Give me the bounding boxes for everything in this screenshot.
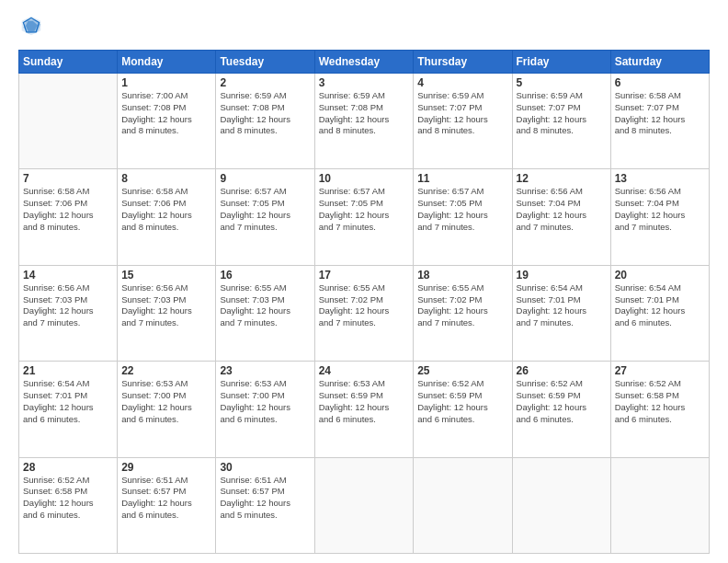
day-info: Sunrise: 6:55 AMSunset: 7:03 PMDaylight:…: [220, 282, 310, 329]
day-info: Sunrise: 6:55 AMSunset: 7:02 PMDaylight:…: [319, 282, 410, 329]
weekday-header-row: SundayMondayTuesdayWednesdayThursdayFrid…: [19, 51, 710, 74]
calendar-cell: 26Sunrise: 6:52 AMSunset: 6:59 PMDayligh…: [512, 362, 610, 457]
day-info: Sunrise: 6:56 AMSunset: 7:03 PMDaylight:…: [23, 282, 113, 329]
day-info: Sunrise: 6:59 AMSunset: 7:07 PMDaylight:…: [417, 90, 507, 137]
calendar-week-2: 7Sunrise: 6:58 AMSunset: 7:06 PMDaylight…: [19, 169, 710, 265]
day-number: 1: [121, 76, 211, 89]
calendar-cell: 6Sunrise: 6:58 AMSunset: 7:07 PMDaylight…: [610, 74, 709, 169]
page: SundayMondayTuesdayWednesdayThursdayFrid…: [0, 0, 728, 563]
day-info: Sunrise: 7:00 AMSunset: 7:08 PMDaylight:…: [121, 90, 211, 137]
day-info: Sunrise: 6:57 AMSunset: 7:05 PMDaylight:…: [417, 186, 507, 233]
day-number: 9: [220, 172, 310, 185]
calendar-cell: 27Sunrise: 6:52 AMSunset: 6:58 PMDayligh…: [610, 362, 709, 457]
calendar-cell: 20Sunrise: 6:54 AMSunset: 7:01 PMDayligh…: [610, 265, 709, 361]
day-info: Sunrise: 6:52 AMSunset: 6:59 PMDaylight:…: [517, 378, 607, 425]
calendar-cell: 23Sunrise: 6:53 AMSunset: 7:00 PMDayligh…: [216, 362, 314, 457]
calendar-cell: 1Sunrise: 7:00 AMSunset: 7:08 PMDaylight…: [118, 74, 216, 169]
weekday-friday: Friday: [512, 51, 610, 74]
day-number: 10: [319, 172, 410, 185]
day-number: 27: [615, 364, 705, 377]
day-info: Sunrise: 6:53 AMSunset: 7:00 PMDaylight:…: [121, 378, 211, 425]
day-number: 14: [23, 269, 113, 282]
day-info: Sunrise: 6:57 AMSunset: 7:05 PMDaylight:…: [220, 186, 310, 233]
day-number: 12: [517, 172, 607, 185]
day-info: Sunrise: 6:58 AMSunset: 7:06 PMDaylight:…: [121, 186, 211, 233]
calendar-cell: 24Sunrise: 6:53 AMSunset: 6:59 PMDayligh…: [314, 362, 414, 457]
calendar-cell: 10Sunrise: 6:57 AMSunset: 7:05 PMDayligh…: [314, 169, 414, 265]
calendar-cell: 8Sunrise: 6:58 AMSunset: 7:06 PMDaylight…: [118, 169, 216, 265]
weekday-sunday: Sunday: [19, 51, 118, 74]
day-number: 29: [121, 461, 211, 474]
day-info: Sunrise: 6:58 AMSunset: 7:06 PMDaylight:…: [23, 186, 113, 233]
day-info: Sunrise: 6:54 AMSunset: 7:01 PMDaylight:…: [517, 282, 607, 329]
day-info: Sunrise: 6:55 AMSunset: 7:02 PMDaylight:…: [417, 282, 507, 329]
day-number: 26: [517, 364, 607, 377]
day-number: 28: [23, 461, 113, 474]
day-number: 2: [220, 76, 310, 89]
day-info: Sunrise: 6:54 AMSunset: 7:01 PMDaylight:…: [23, 378, 113, 425]
day-number: 25: [417, 364, 507, 377]
day-info: Sunrise: 6:56 AMSunset: 7:03 PMDaylight:…: [121, 282, 211, 329]
calendar-week-4: 21Sunrise: 6:54 AMSunset: 7:01 PMDayligh…: [19, 362, 710, 457]
day-info: Sunrise: 6:53 AMSunset: 7:00 PMDaylight:…: [220, 378, 310, 425]
day-number: 13: [615, 172, 705, 185]
day-number: 16: [220, 269, 310, 282]
weekday-saturday: Saturday: [610, 51, 709, 74]
day-number: 19: [517, 269, 607, 282]
day-number: 18: [417, 269, 507, 282]
day-number: 15: [121, 269, 211, 282]
day-info: Sunrise: 6:52 AMSunset: 6:58 PMDaylight:…: [23, 475, 113, 522]
calendar-cell: [512, 457, 610, 553]
calendar-cell: 2Sunrise: 6:59 AMSunset: 7:08 PMDaylight…: [216, 74, 314, 169]
day-info: Sunrise: 6:52 AMSunset: 6:59 PMDaylight:…: [417, 378, 507, 425]
day-number: 21: [23, 364, 113, 377]
calendar-cell: 28Sunrise: 6:52 AMSunset: 6:58 PMDayligh…: [19, 457, 118, 553]
calendar-cell: 14Sunrise: 6:56 AMSunset: 7:03 PMDayligh…: [19, 265, 118, 361]
day-info: Sunrise: 6:51 AMSunset: 6:57 PMDaylight:…: [220, 475, 310, 522]
day-number: 7: [23, 172, 113, 185]
weekday-wednesday: Wednesday: [314, 51, 414, 74]
calendar-cell: 17Sunrise: 6:55 AMSunset: 7:02 PMDayligh…: [314, 265, 414, 361]
calendar-cell: 15Sunrise: 6:56 AMSunset: 7:03 PMDayligh…: [118, 265, 216, 361]
calendar-cell: [19, 74, 118, 169]
day-number: 8: [121, 172, 211, 185]
day-number: 30: [220, 461, 310, 474]
calendar-cell: 21Sunrise: 6:54 AMSunset: 7:01 PMDayligh…: [19, 362, 118, 457]
weekday-thursday: Thursday: [414, 51, 512, 74]
day-number: 17: [319, 269, 410, 282]
weekday-monday: Monday: [118, 51, 216, 74]
day-number: 3: [319, 76, 410, 89]
day-info: Sunrise: 6:52 AMSunset: 6:58 PMDaylight:…: [615, 378, 705, 425]
calendar-cell: [314, 457, 414, 553]
calendar-cell: 18Sunrise: 6:55 AMSunset: 7:02 PMDayligh…: [414, 265, 512, 361]
calendar-cell: 3Sunrise: 6:59 AMSunset: 7:08 PMDaylight…: [314, 74, 414, 169]
calendar-cell: 7Sunrise: 6:58 AMSunset: 7:06 PMDaylight…: [19, 169, 118, 265]
day-number: 24: [319, 364, 410, 377]
calendar-table: SundayMondayTuesdayWednesdayThursdayFrid…: [18, 50, 710, 554]
day-number: 5: [517, 76, 607, 89]
day-number: 22: [121, 364, 211, 377]
calendar-cell: 5Sunrise: 6:59 AMSunset: 7:07 PMDaylight…: [512, 74, 610, 169]
calendar-cell: [414, 457, 512, 553]
calendar-cell: 13Sunrise: 6:56 AMSunset: 7:04 PMDayligh…: [610, 169, 709, 265]
day-info: Sunrise: 6:59 AMSunset: 7:08 PMDaylight:…: [319, 90, 410, 137]
calendar-cell: 9Sunrise: 6:57 AMSunset: 7:05 PMDaylight…: [216, 169, 314, 265]
calendar-cell: 19Sunrise: 6:54 AMSunset: 7:01 PMDayligh…: [512, 265, 610, 361]
day-number: 4: [417, 76, 507, 89]
day-info: Sunrise: 6:53 AMSunset: 6:59 PMDaylight:…: [319, 378, 410, 425]
calendar-week-5: 28Sunrise: 6:52 AMSunset: 6:58 PMDayligh…: [19, 457, 710, 553]
calendar-week-3: 14Sunrise: 6:56 AMSunset: 7:03 PMDayligh…: [19, 265, 710, 361]
calendar-cell: 12Sunrise: 6:56 AMSunset: 7:04 PMDayligh…: [512, 169, 610, 265]
day-number: 23: [220, 364, 310, 377]
day-info: Sunrise: 6:57 AMSunset: 7:05 PMDaylight:…: [319, 186, 410, 233]
header: [18, 15, 710, 40]
calendar-week-1: 1Sunrise: 7:00 AMSunset: 7:08 PMDaylight…: [19, 74, 710, 169]
calendar-cell: 30Sunrise: 6:51 AMSunset: 6:57 PMDayligh…: [216, 457, 314, 553]
logo: [18, 15, 44, 40]
day-number: 20: [615, 269, 705, 282]
day-info: Sunrise: 6:59 AMSunset: 7:08 PMDaylight:…: [220, 90, 310, 137]
calendar-cell: 16Sunrise: 6:55 AMSunset: 7:03 PMDayligh…: [216, 265, 314, 361]
calendar-cell: 25Sunrise: 6:52 AMSunset: 6:59 PMDayligh…: [414, 362, 512, 457]
day-info: Sunrise: 6:59 AMSunset: 7:07 PMDaylight:…: [517, 90, 607, 137]
day-number: 11: [417, 172, 507, 185]
